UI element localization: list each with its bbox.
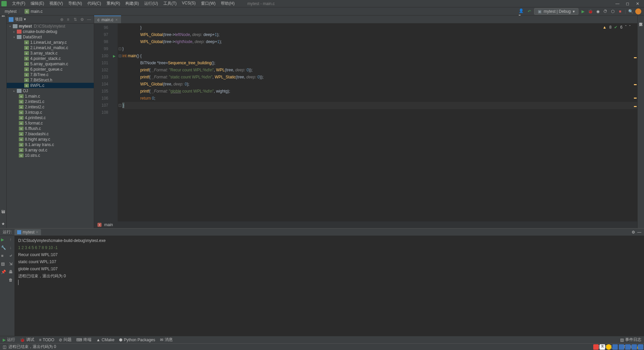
tray-grid[interactable] — [638, 344, 643, 350]
tray-smile[interactable] — [606, 344, 611, 350]
rerun-icon[interactable]: ▶ — [1, 237, 6, 242]
tree-file[interactable]: c8.hight array.c — [7, 137, 94, 142]
tree-file[interactable]: c1.LinearList_arrary.c — [7, 40, 94, 45]
tree-file[interactable]: c3.intcup.c — [7, 110, 94, 115]
tree-file[interactable]: c6.pointer_queue.c — [7, 67, 94, 72]
menu-item[interactable]: VCS(S) — [179, 0, 198, 7]
run-icon[interactable]: ▶ — [580, 9, 586, 14]
menu-item[interactable]: 代码(C) — [85, 0, 104, 7]
tree-file[interactable]: c1.main.c — [7, 94, 94, 99]
menu-item[interactable]: 帮助(H) — [218, 0, 237, 7]
bottom-python[interactable]: ⬢Python Packages — [119, 338, 155, 342]
chevron-up-icon[interactable]: ˆ — [625, 25, 627, 30]
tree-file[interactable]: c2.inttest1.c — [7, 99, 94, 104]
close-tab-icon[interactable]: × — [115, 18, 118, 22]
bookmarks-icon[interactable]: ★ — [1, 221, 5, 226]
tree-file[interactable]: c4.printtest.c — [7, 115, 94, 120]
console-output[interactable]: D:\CStudy\mytest\cmake-build-debug\mytes… — [15, 236, 644, 336]
tree-file[interactable]: c4.pointer_stack.c — [7, 56, 94, 61]
stop-icon[interactable]: ■ — [1, 253, 6, 258]
bottom-cmake[interactable]: ▲CMake — [96, 338, 114, 342]
bottom-messages[interactable]: ✉消息 — [160, 337, 173, 343]
layout-icon[interactable]: ▤ — [1, 261, 6, 266]
down-icon[interactable]: ↓ — [10, 245, 12, 250]
stripe-project[interactable]: 项目 — [0, 17, 6, 22]
tree-folder-datastruct[interactable]: ▾DataStruct — [7, 34, 94, 40]
target-icon[interactable]: ⊕ — [60, 17, 65, 22]
debug-icon[interactable]: 🐞 — [588, 9, 593, 14]
bottom-debug[interactable]: 🐞调试 — [20, 337, 34, 343]
tree-file[interactable]: c2.LinearList_malloc.c — [7, 45, 94, 50]
bottom-run[interactable]: ▶运行 — [3, 337, 15, 343]
print-icon[interactable]: 🖶 — [9, 270, 13, 274]
maximize-button[interactable]: ◻ — [622, 0, 633, 7]
tree-root[interactable]: ▾mytestD:\CStudy\mytest — [7, 24, 94, 29]
search-icon[interactable]: 🔍 — [628, 9, 633, 14]
breadcrumb-file[interactable]: cmain.c — [23, 8, 44, 14]
tree-file[interactable]: c9.1.array trans.c — [7, 142, 94, 147]
tree-file[interactable]: c8WPL.c — [7, 83, 94, 88]
menu-item[interactable]: 导航(N) — [66, 0, 85, 7]
tree-file[interactable]: c7.BitStruct.h — [7, 77, 94, 83]
gear-icon[interactable]: ⚙ — [632, 230, 635, 235]
clear-icon[interactable]: 🗑 — [9, 278, 13, 282]
close-icon[interactable]: × — [36, 230, 38, 235]
bottom-todo[interactable]: ≡TODO — [39, 338, 54, 342]
project-view-dropdown[interactable]: 项目 ▾ — [15, 16, 26, 22]
profile-icon[interactable]: ⏱ — [603, 9, 608, 14]
scroll-end-icon[interactable]: ⇲ — [9, 261, 12, 266]
coverage-icon[interactable]: ◉ — [595, 9, 601, 14]
chevron-down-icon[interactable]: ˇ — [629, 25, 631, 30]
bottom-problems[interactable]: ⊘问题 — [59, 337, 72, 343]
menu-item[interactable]: 工具(T) — [161, 0, 179, 7]
menu-item[interactable]: 窗口(W) — [198, 0, 218, 7]
hide-panel-icon[interactable]: — — [637, 230, 641, 235]
tree-file[interactable]: c7.biaodashi.c — [7, 131, 94, 137]
hide-icon[interactable]: — — [87, 17, 92, 22]
run-config-dropdown[interactable]: ▣ mytest | Debug ▾ — [534, 8, 578, 15]
tray-cloud[interactable] — [619, 344, 624, 350]
collapse-icon[interactable]: ≡ — [67, 17, 72, 22]
avatar[interactable] — [635, 8, 641, 14]
close-button[interactable]: ✕ — [633, 0, 643, 7]
menu-item[interactable]: 编辑(E) — [28, 0, 47, 7]
attach-icon[interactable]: ⬡ — [610, 9, 615, 14]
tree-file[interactable]: c9.array out.c — [7, 147, 94, 153]
back-icon[interactable]: ↶ — [527, 9, 532, 14]
bottom-event-log[interactable]: ▤事件日志 — [620, 337, 641, 343]
menu-item[interactable]: 文件(F) — [9, 0, 28, 7]
editor-tab-main[interactable]: c main.c × — [94, 15, 121, 23]
menu-item[interactable]: 构建(B) — [123, 0, 142, 7]
menu-item[interactable]: 视图(V) — [47, 0, 66, 7]
status-icon[interactable]: ◫ — [3, 345, 6, 349]
tray-lang[interactable]: 英 — [600, 344, 605, 350]
stripe-database[interactable]: 数据库 — [638, 17, 644, 22]
stripe-structure[interactable]: 结构 — [0, 214, 6, 219]
run-tab[interactable]: mytest × — [14, 229, 41, 235]
inspection-summary[interactable]: ▲8 ✔6 ˆ ˇ — [603, 25, 631, 30]
tree-folder-oj[interactable]: ▸OJ — [7, 88, 94, 94]
tree-file[interactable]: c5.format.c — [7, 120, 94, 126]
stop-icon[interactable]: ■ — [617, 9, 623, 14]
tree-folder-cmake[interactable]: ▸cmake-build-debug — [7, 29, 94, 34]
minimize-button[interactable]: — — [612, 0, 622, 7]
pin-icon[interactable]: 📌 — [1, 270, 6, 274]
tree-file[interactable]: c7.BiTree.c — [7, 72, 94, 77]
wrench-icon[interactable]: 🔧 — [1, 245, 6, 250]
add-user-icon[interactable]: 👤▾ — [519, 8, 525, 14]
code-content[interactable]: } WPL_Global(tree->leftNode, deep: deep+… — [122, 24, 637, 221]
editor-body[interactable]: 96979899100101102103104105106107108 ▶ ⊡⊟… — [94, 24, 637, 221]
menu-item[interactable]: 重构(R) — [104, 0, 123, 7]
tree-file[interactable]: c2.inttest2.c — [7, 104, 94, 110]
up-icon[interactable]: ↑ — [10, 237, 12, 242]
tree-file[interactable]: c6.fflush.c — [7, 126, 94, 131]
tray-keyboard[interactable] — [612, 344, 618, 350]
gear-icon[interactable]: ⚙ — [80, 17, 85, 22]
soft-wrap-icon[interactable]: ⤶ — [9, 253, 12, 258]
tree-file[interactable]: c3.array_stack.c — [7, 50, 94, 56]
expand-icon[interactable]: ⇅ — [74, 17, 78, 22]
breadcrumb-project[interactable]: mytest — [3, 8, 18, 14]
ime-icon[interactable] — [593, 344, 599, 350]
tree-file[interactable]: c5.array_ququemain.c — [7, 61, 94, 67]
tree-file[interactable]: c10.strs.c — [7, 153, 94, 158]
